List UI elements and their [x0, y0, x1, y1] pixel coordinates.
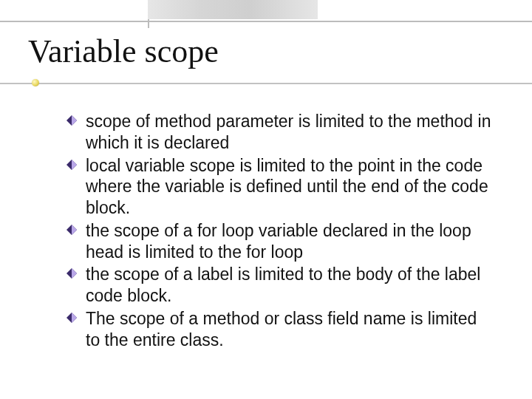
title-underline — [0, 83, 532, 84]
bullet-list: scope of method parameter is limited to … — [66, 111, 495, 352]
header-gradient-bar — [148, 0, 318, 19]
diamond-bullet-icon — [66, 313, 77, 323]
header-vertical-tick — [148, 19, 149, 28]
header-horizontal-line — [0, 21, 532, 22]
svg-marker-1 — [72, 115, 77, 126]
title-accent-dot-icon — [32, 79, 39, 86]
list-item-text: the scope of a for loop variable declare… — [86, 221, 471, 262]
svg-marker-5 — [72, 225, 77, 235]
diamond-bullet-icon — [66, 160, 77, 170]
list-item: scope of method parameter is limited to … — [66, 111, 495, 154]
list-item: the scope of a for loop variable declare… — [66, 220, 495, 263]
list-item: local variable scope is limited to the p… — [66, 155, 495, 219]
svg-marker-7 — [72, 268, 77, 279]
svg-marker-9 — [72, 313, 77, 323]
diamond-bullet-icon — [66, 268, 77, 279]
list-item: the scope of a label is limited to the b… — [66, 264, 495, 307]
diamond-bullet-icon — [66, 115, 77, 126]
diamond-bullet-icon — [66, 225, 77, 235]
list-item-text: The scope of a method or class field nam… — [86, 309, 477, 349]
list-item-text: local variable scope is limited to the p… — [86, 156, 488, 218]
list-item: The scope of a method or class field nam… — [66, 308, 495, 351]
list-item-text: scope of method parameter is limited to … — [86, 112, 491, 152]
header-decoration — [0, 0, 532, 25]
list-item-text: the scope of a label is limited to the b… — [86, 265, 480, 305]
slide-title: Variable scope — [28, 33, 219, 70]
svg-marker-3 — [72, 160, 77, 170]
slide: Variable scope scope of method parameter… — [0, 0, 532, 399]
